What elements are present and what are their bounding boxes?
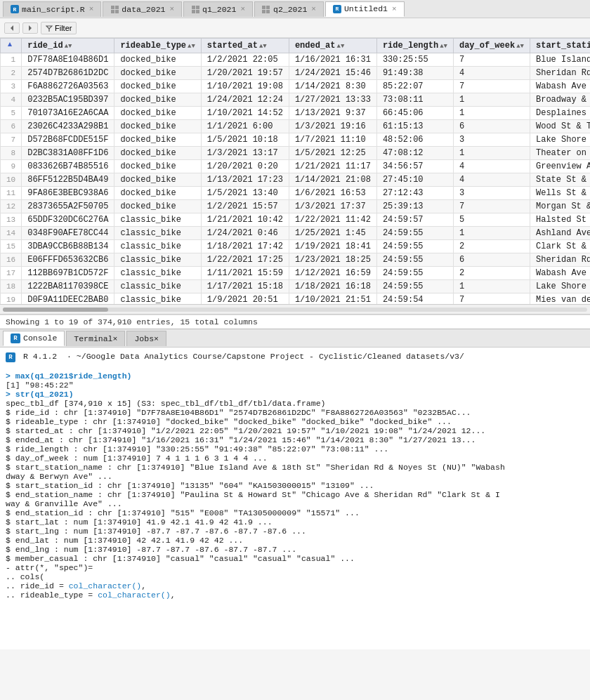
cell-started_at: 1/24/2021 0:46 [201, 227, 289, 240]
terminal-tab-label: Terminal [74, 334, 112, 343]
console-line-18: $ start_lng : num [1:374910] -87.7 -87.7… [6, 527, 584, 536]
data-table: ride_id▲▼ rideable_type▲▼ started_at▲▼ e… [0, 38, 590, 305]
close-q2-2021[interactable]: × [311, 5, 316, 13]
tab-q1-2021[interactable]: q1_2021 × [183, 1, 253, 17]
console-line-12: dway & Berwyn Ave" ... [6, 472, 584, 481]
console-line-20: $ end_lng : num [1:374910] -87.7 -87.7 -… [6, 545, 584, 554]
console-tab-terminal[interactable]: Terminal × [66, 331, 125, 346]
close-jobs[interactable]: × [154, 334, 159, 343]
cell-ride_length: 85:22:07 [376, 80, 453, 93]
cell-ride_id: 0833626B74B85516 [22, 160, 114, 173]
close-data-2021[interactable]: × [169, 5, 174, 13]
console-line-24: .. ride_id = col_character(), [6, 581, 584, 590]
cell-rideable_type: docked_bike [114, 173, 201, 187]
table-row: 7D572B68FCDDE515Fdocked_bike1/5/2021 10:… [1, 133, 591, 147]
table-body: 1D7F78A8E104B86D1docked_bike1/2/2021 22:… [1, 53, 591, 305]
horizontal-scrollbar[interactable] [0, 305, 590, 315]
cell-ride_id: 0232B5AC195BD397 [22, 93, 114, 107]
cell-ride_id: 1222BA81170398CE [22, 280, 114, 293]
col-day-of-week[interactable]: day_of_week▲▼ [453, 39, 530, 53]
cell-day_of_week: 7 [453, 53, 530, 67]
cell-rideable_type: classic_bike [114, 293, 201, 305]
cell-started_at: 1/3/2021 13:17 [201, 147, 289, 160]
cell-start_station_name: Wood St & Taylor St (Temp) [530, 120, 590, 133]
data-table-container[interactable]: ride_id▲▼ rideable_type▲▼ started_at▲▼ e… [0, 38, 590, 305]
grid-icon-3 [262, 5, 270, 13]
svg-rect-1 [115, 6, 119, 9]
cell-rideable_type: classic_bike [114, 280, 201, 293]
table-row: 3F6A8862726A03563docked_bike1/10/2021 19… [1, 80, 591, 93]
svg-rect-10 [262, 10, 266, 13]
table-row: 90833626B74B85516docked_bike1/20/2021 0:… [1, 160, 591, 173]
cell-row-num: 17 [1, 267, 22, 280]
cell-ride_id: D0F9A11DEEC2BAB0 [22, 293, 114, 305]
console-tab-jobs[interactable]: Jobs × [126, 331, 166, 346]
forward-button[interactable] [22, 22, 38, 34]
tab-q1-2021-label: q1_2021 [202, 5, 236, 14]
console-tab-bar: R Console Terminal × Jobs × [0, 329, 590, 348]
col-ended-at[interactable]: ended_at▲▼ [289, 39, 376, 53]
close-main-script[interactable]: × [89, 5, 94, 13]
col-rideable-type[interactable]: rideable_type▲▼ [114, 39, 201, 53]
cell-row-num: 8 [1, 147, 22, 160]
cell-start_station_name: Broadway & Berwyn Ave [530, 93, 590, 107]
col-ride-length[interactable]: ride_length▲▼ [376, 39, 453, 53]
col-start-station-name[interactable]: start_station_name▲▼ [530, 39, 590, 53]
tab-data-2021[interactable]: data_2021 × [103, 1, 182, 17]
cell-rideable_type: docked_bike [114, 187, 201, 200]
cell-rideable_type: classic_bike [114, 267, 201, 280]
cell-rideable_type: docked_bike [114, 93, 201, 107]
toolbar: Filter [0, 18, 590, 38]
tab-untitled1[interactable]: R Untitled1 × [325, 1, 405, 17]
cell-ended_at: 1/13/2021 9:37 [289, 107, 376, 120]
cell-day_of_week: 5 [453, 213, 530, 227]
col-ride-id[interactable]: ride_id▲▼ [22, 39, 114, 53]
cell-ride_id: 2574D7B26861D2DC [22, 67, 114, 80]
close-untitled1[interactable]: × [392, 5, 397, 13]
cell-start_station_name: Greenview Ave & Diversey Pkwy [530, 160, 590, 173]
cell-ride_length: 66:45:06 [376, 107, 453, 120]
cell-started_at: 1/20/2021 0:20 [201, 160, 289, 173]
close-terminal[interactable]: × [113, 334, 118, 343]
cell-rideable_type: docked_bike [114, 80, 201, 93]
cell-rideable_type: classic_bike [114, 253, 201, 267]
cell-ride_id: 701073A16E2A6CAA [22, 107, 114, 120]
filter-button[interactable]: Filter [41, 22, 77, 34]
console-line-14: $ end_station_name : chr [1:374910] "Pau… [6, 490, 584, 499]
cell-day_of_week: 7 [453, 293, 530, 305]
cell-day_of_week: 6 [453, 253, 530, 267]
tab-data-2021-label: data_2021 [122, 5, 165, 14]
cell-day_of_week: 2 [453, 240, 530, 253]
cell-ended_at: 1/22/2021 11:42 [289, 213, 376, 227]
table-row: 5701073A16E2A6CAAdocked_bike1/10/2021 14… [1, 107, 591, 120]
scroll-track[interactable] [3, 308, 587, 312]
cell-start_station_name: Sheridan Rd & Noyes St (NU) [530, 67, 590, 80]
cell-started_at: 1/2/2021 15:57 [201, 200, 289, 213]
col-sort[interactable] [1, 39, 22, 53]
table-row: 181222BA81170398CEclassic_bike1/17/2021 … [1, 280, 591, 293]
r-version-icon: R [6, 352, 15, 362]
back-button[interactable] [4, 22, 20, 34]
console-content[interactable]: R R 4.1.2 · ~/Google Data Analytics Cour… [0, 348, 590, 649]
col-started-at[interactable]: started_at▲▼ [201, 39, 289, 53]
cell-start_station_name: Desplaines St & Jackson Blvd [530, 107, 590, 120]
cell-rideable_type: classic_bike [114, 240, 201, 253]
console-line-10: $ day_of_week : num [1:374910] 7 4 1 1 1… [6, 454, 584, 463]
cell-ride_length: 47:08:12 [376, 147, 453, 160]
cell-started_at: 1/17/2021 15:18 [201, 280, 289, 293]
forward-icon [27, 25, 34, 32]
tab-q2-2021[interactable]: q2_2021 × [254, 1, 324, 17]
cell-start_station_name: Morgan St & Lake St [530, 200, 590, 213]
cell-row-num: 15 [1, 240, 22, 253]
scroll-thumb[interactable] [3, 308, 108, 312]
tab-main-script-label: main_script.R [22, 5, 85, 14]
tab-main-script[interactable]: R main_script.R × [3, 1, 101, 17]
cell-start_station_name: State St & Randolph St [530, 173, 590, 187]
table-row: 22574D7B26861D2DCdocked_bike1/20/2021 19… [1, 67, 591, 80]
cell-rideable_type: classic_bike [114, 227, 201, 240]
cell-ride_id: D572B68FCDDE515F [22, 133, 114, 147]
close-q1-2021[interactable]: × [240, 5, 245, 13]
console-line-4: spec_tbl_df [374,910 x 15] (S3: spec_tbl… [6, 399, 584, 408]
r-path: ~/Google Data Analytics Course/Capstone … [77, 352, 464, 361]
console-tab-console[interactable]: R Console [3, 331, 65, 346]
